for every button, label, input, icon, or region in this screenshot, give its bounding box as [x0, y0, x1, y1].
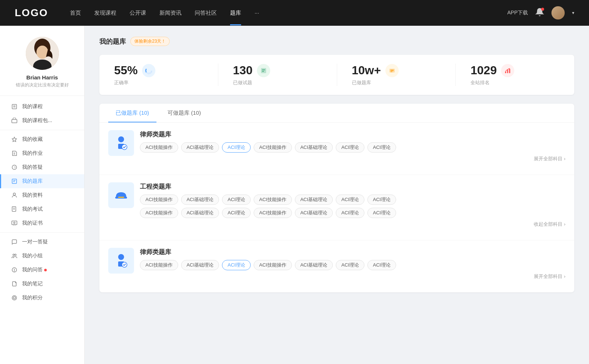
- stat-done-value: 130: [233, 64, 253, 77]
- sidebar-label-my-cert: 我的证书: [22, 220, 43, 226]
- tag-eng-2[interactable]: ACI理论: [222, 195, 251, 205]
- sidebar-item-my-points[interactable]: 我的积分: [0, 291, 84, 305]
- sidebar-item-one-on-one[interactable]: 一对一答疑: [0, 235, 84, 249]
- sidebar-label-one-on-one: 一对一答疑: [22, 239, 48, 245]
- nav-more[interactable]: ···: [254, 10, 259, 17]
- tag-law2-5[interactable]: ACI理论: [336, 260, 364, 270]
- tag-eng-1[interactable]: ACI基础理论: [181, 195, 219, 205]
- tag-law-1[interactable]: ACI基础理论: [181, 142, 219, 153]
- stat-done-banks: 10w+ 已做题库: [337, 64, 456, 86]
- stat-ranking-label: 全站排名: [470, 79, 490, 86]
- expand-law-link[interactable]: 展开全部科目 ›: [140, 156, 565, 162]
- svg-point-28: [14, 271, 15, 271]
- tag-eng-r2-0[interactable]: ACI技能操作: [140, 208, 178, 218]
- svg-point-21: [14, 222, 15, 224]
- tag-eng-r2-6[interactable]: ACI理论: [367, 208, 396, 218]
- sidebar-item-my-notes[interactable]: 我的笔记: [0, 277, 84, 291]
- profile-chevron-icon[interactable]: ▾: [572, 10, 574, 15]
- sidebar-item-my-qbank[interactable]: 我的题库: [0, 174, 84, 188]
- stat-done-questions: 130 已做试题: [218, 64, 337, 86]
- tag-law-2[interactable]: ACI理论: [222, 142, 251, 153]
- app-download-button[interactable]: APP下载: [507, 10, 528, 16]
- tag-eng-r2-1[interactable]: ACI基础理论: [181, 208, 219, 218]
- trial-badge: 体验剩余23天！: [130, 37, 170, 46]
- nav-home[interactable]: 首页: [70, 10, 81, 17]
- svg-rect-39: [505, 71, 506, 73]
- tag-law2-6[interactable]: ACI理论: [367, 260, 396, 270]
- sidebar-item-my-cert[interactable]: 我的证书: [0, 216, 84, 230]
- avatar-image: [551, 6, 565, 19]
- tag-eng-4[interactable]: ACI基础理论: [295, 195, 333, 205]
- svg-rect-40: [507, 70, 508, 73]
- sidebar-label-course-pkg: 我的课程包...: [22, 117, 52, 124]
- stat-accuracy-label: 正确率: [114, 79, 128, 86]
- tag-eng-r2-4[interactable]: ACI基础理论: [295, 208, 333, 218]
- tag-eng-5[interactable]: ACI理论: [336, 195, 364, 205]
- sidebar-item-my-answers[interactable]: 我的问答: [0, 263, 84, 277]
- sidebar-item-favorites[interactable]: 我的收藏: [0, 132, 84, 146]
- qbank-tags-law: ACI技能操作 ACI基础理论 ACI理论 ACI技能操作 ACI基础理论 AC…: [140, 142, 565, 153]
- sidebar-label-my-qbank: 我的题库: [22, 178, 43, 185]
- qbank-icon: [11, 178, 18, 185]
- tag-law2-1[interactable]: ACI基础理论: [181, 260, 219, 270]
- svg-point-24: [13, 254, 14, 256]
- qbank-section-law: 律师类题库 ACI技能操作 ACI基础理论 ACI理论 ACI技能操作 ACI基…: [99, 123, 574, 175]
- answers-icon: [11, 267, 18, 273]
- nav-qbank[interactable]: 题库: [230, 10, 241, 17]
- tag-eng-r2-3[interactable]: ACI技能操作: [254, 208, 292, 218]
- svg-rect-46: [118, 197, 124, 198]
- tag-eng-r2-2[interactable]: ACI理论: [222, 208, 251, 218]
- sidebar-item-course-pkg[interactable]: 我的课程包...: [0, 114, 84, 128]
- qbank-section-law2: 律师类题库 ACI技能操作 ACI基础理论 ACI理论 ACI技能操作 ACI基…: [99, 240, 574, 292]
- nav-discover[interactable]: 发现课程: [94, 10, 116, 17]
- stat-accuracy-top: 55%: [114, 64, 155, 77]
- expand-law2-link[interactable]: 展开全部科目 ›: [140, 273, 565, 280]
- points-icon: [11, 295, 18, 301]
- svg-rect-20: [12, 221, 17, 225]
- tag-law-0[interactable]: ACI技能操作: [140, 142, 178, 153]
- tag-eng-0[interactable]: ACI技能操作: [140, 195, 178, 205]
- sidebar-item-homework[interactable]: 我的作业: [0, 146, 84, 160]
- sidebar-item-my-courses[interactable]: 我的课程: [0, 100, 84, 114]
- avatar[interactable]: [551, 6, 565, 19]
- sidebar-profile: Brian Harris 错误的决定比没有决定要好: [0, 37, 84, 96]
- tag-eng-6[interactable]: ACI理论: [367, 195, 396, 205]
- stat-banks-value: 10w+: [352, 64, 381, 77]
- nav-news[interactable]: 新闻资讯: [159, 10, 181, 17]
- qbank-info-engineering: 工程类题库 ACI技能操作 ACI基础理论 ACI理论 ACI技能操作 ACI基…: [140, 182, 565, 228]
- tag-law2-3[interactable]: ACI技能操作: [254, 260, 292, 270]
- tab-available-banks[interactable]: 可做题库 (10): [160, 104, 208, 122]
- sidebar-item-my-group[interactable]: 我的小组: [0, 249, 84, 263]
- tab-done-banks[interactable]: 已做题库 (10): [108, 104, 156, 122]
- sidebar-item-my-exam[interactable]: 我的考试: [0, 202, 84, 216]
- stat-accuracy: 55% 正确率: [99, 64, 218, 86]
- notification-bell[interactable]: [535, 8, 544, 18]
- profile-avatar-image: [26, 37, 59, 70]
- svg-point-42: [118, 136, 124, 142]
- tag-law-3[interactable]: ACI技能操作: [254, 142, 292, 153]
- svg-text:?: ?: [14, 166, 16, 169]
- tag-law2-2[interactable]: ACI理论: [222, 260, 251, 270]
- svg-rect-33: [261, 68, 266, 73]
- stat-done-label: 已做试题: [233, 79, 252, 86]
- tabs-container: 已做题库 (10) 可做题库 (10) 律师类题库: [99, 104, 574, 292]
- tag-law-6[interactable]: ACI理论: [367, 142, 396, 153]
- tag-law2-4[interactable]: ACI基础理论: [295, 260, 333, 270]
- svg-point-32: [146, 68, 152, 74]
- collapse-engineering-link[interactable]: 收起全部科目 ›: [140, 221, 565, 228]
- tag-law-5[interactable]: ACI理论: [336, 142, 364, 153]
- logo[interactable]: LOGO: [15, 7, 48, 19]
- tag-law2-0[interactable]: ACI技能操作: [140, 260, 178, 270]
- tag-eng-r2-5[interactable]: ACI理论: [336, 208, 364, 218]
- tag-law-4[interactable]: ACI基础理论: [295, 142, 333, 153]
- sidebar-item-my-data[interactable]: 我的资料: [0, 188, 84, 202]
- profile-motto: 错误的决定比没有决定要好: [16, 82, 69, 88]
- sidebar-menu: 我的课程 我的课程包... 我的收藏 我的作业: [0, 100, 84, 305]
- nav-open-course[interactable]: 公开课: [130, 10, 146, 17]
- cert-icon: [11, 220, 18, 226]
- qa-icon: ?: [11, 164, 18, 171]
- tag-eng-3[interactable]: ACI技能操作: [254, 195, 292, 205]
- nav-qa[interactable]: 问答社区: [195, 10, 217, 17]
- sidebar-item-my-qa[interactable]: ? 我的答疑: [0, 160, 84, 174]
- svg-marker-8: [12, 137, 17, 142]
